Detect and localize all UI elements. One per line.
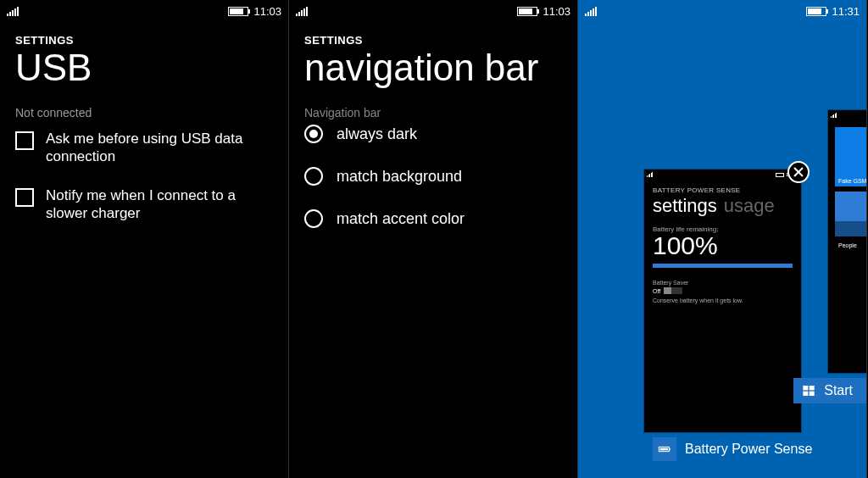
task-label-text: Start xyxy=(824,383,853,398)
battery-icon xyxy=(517,7,537,16)
clock: 11:03 xyxy=(542,5,570,18)
radio-label: match background xyxy=(337,168,462,186)
radio-always-dark[interactable]: always dark xyxy=(304,125,562,143)
radio-match-background[interactable]: match background xyxy=(304,167,562,186)
svg-rect-5 xyxy=(804,392,809,396)
svg-rect-3 xyxy=(804,386,809,390)
status-bar: 11:03 xyxy=(0,0,288,22)
checkbox-ask-before-usb[interactable]: Ask me before using USB data connection xyxy=(15,130,273,166)
breadcrumb: SETTINGS xyxy=(304,34,562,47)
status-bar: 11:31 xyxy=(578,0,866,22)
svg-rect-1 xyxy=(669,448,670,451)
radio-icon xyxy=(304,125,323,143)
tile-caption: Fake GSM Netwo xyxy=(838,178,867,184)
radio-icon xyxy=(304,209,323,228)
radio-label: match accent color xyxy=(337,210,465,228)
task-label-text: Battery Power Sense xyxy=(685,442,812,457)
close-task-button[interactable] xyxy=(787,161,810,183)
task-switcher-stage[interactable]: 11:30 ts cc a v se your 11:30 BATTERY PO… xyxy=(578,25,866,478)
checkbox-label: Notify me when I connect to a slower cha… xyxy=(46,186,273,223)
radio-match-accent-color[interactable]: match accent color xyxy=(304,209,562,228)
mini-status-bar: 11:30 xyxy=(644,170,801,180)
svg-rect-6 xyxy=(810,392,815,396)
tile-phone: Fake GSM Netwo xyxy=(835,127,867,186)
tab-settings: settings xyxy=(653,195,717,217)
battery-icon xyxy=(653,437,676,461)
windows-icon xyxy=(800,382,817,399)
tile-caption: People xyxy=(838,242,857,248)
checkbox-icon xyxy=(15,131,34,150)
signal-icon xyxy=(7,6,19,16)
checkbox-label: Ask me before using USB data connection xyxy=(46,130,273,166)
section-caption: Navigation bar xyxy=(304,106,562,119)
signal-icon xyxy=(585,6,597,16)
battery-saver-note: Conserve battery when it gets low. xyxy=(653,297,793,303)
battery-saver-label: Battery Saver xyxy=(653,280,793,286)
battery-icon xyxy=(806,7,826,16)
tab-usage: usage xyxy=(724,195,775,217)
radio-label: always dark xyxy=(337,125,417,143)
signal-icon xyxy=(296,6,308,16)
task-card-battery-power-sense[interactable]: 11:30 BATTERY POWER SENSE settings usage… xyxy=(644,170,801,432)
svg-rect-2 xyxy=(660,448,668,451)
checkbox-notify-slow-charger[interactable]: Notify me when I connect to a slower cha… xyxy=(15,186,273,223)
battery-percentage: 100% xyxy=(653,233,793,258)
screen-task-switcher: 11:31 11:30 ts cc a v se your 11:30 xyxy=(578,0,867,478)
card-breadcrumb: BATTERY POWER SENSE xyxy=(653,186,793,194)
page-title: USB xyxy=(15,48,273,87)
connection-status: Not connected xyxy=(15,106,273,119)
checkbox-icon xyxy=(15,188,34,207)
clock: 11:31 xyxy=(832,5,860,18)
task-label-start[interactable]: Start xyxy=(793,378,866,403)
task-card-start[interactable]: Fake GSM Netwo People xyxy=(828,110,867,373)
breadcrumb: SETTINGS xyxy=(15,34,273,47)
mini-status-bar xyxy=(828,110,867,120)
clock: 11:03 xyxy=(253,5,281,18)
battery-icon xyxy=(228,7,248,16)
screen-navigation-bar-settings: 11:03 SETTINGS navigation bar Navigation… xyxy=(289,0,578,478)
battery-bar xyxy=(653,264,793,268)
status-bar: 11:03 xyxy=(289,0,577,22)
battery-saver-toggle xyxy=(664,287,682,294)
battery-saver-value: Off xyxy=(653,288,660,294)
tile-people: People xyxy=(835,192,867,251)
svg-rect-4 xyxy=(810,386,815,390)
radio-icon xyxy=(304,167,323,186)
task-label-battery-power-sense[interactable]: Battery Power Sense xyxy=(653,437,812,461)
page-title: navigation bar xyxy=(304,48,562,87)
screen-usb-settings: 11:03 SETTINGS USB Not connected Ask me … xyxy=(0,0,289,478)
